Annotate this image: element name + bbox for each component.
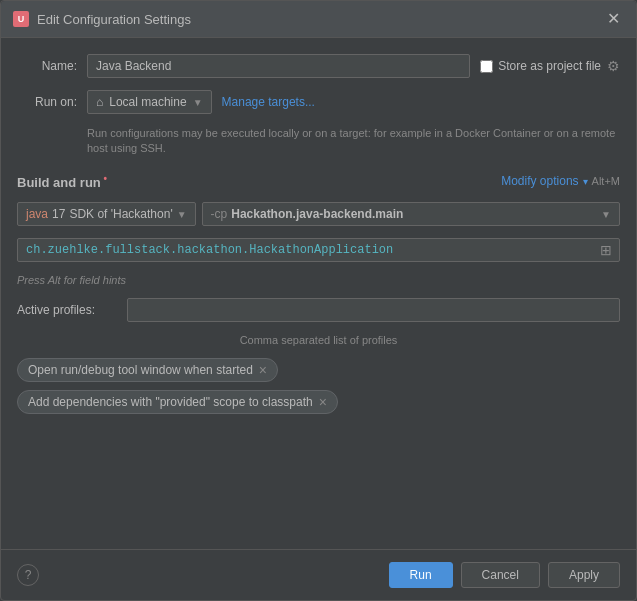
home-icon: ⌂	[96, 95, 103, 109]
run-on-hint: Run configurations may be executed local…	[87, 126, 620, 157]
footer-buttons: Run Cancel Apply	[389, 562, 620, 588]
run-on-value: Local machine	[109, 95, 186, 109]
modify-options-chevron-icon: ▾	[583, 176, 588, 187]
tag-0: Open run/debug tool window when started …	[17, 358, 278, 382]
tags-container: Open run/debug tool window when started …	[17, 358, 620, 414]
app-icon: U	[13, 11, 29, 27]
name-input[interactable]	[87, 54, 470, 78]
title-bar: U Edit Configuration Settings ✕	[1, 1, 636, 38]
close-button[interactable]: ✕	[603, 9, 624, 29]
tag-1-label: Add dependencies with "provided" scope t…	[28, 395, 313, 409]
run-on-row: Run on: ⌂ Local machine ▼ Manage targets…	[17, 90, 620, 114]
manage-targets-link[interactable]: Manage targets...	[222, 95, 315, 109]
name-row: Name: Store as project file ⚙	[17, 54, 620, 78]
gear-icon[interactable]: ⚙	[607, 58, 620, 74]
dialog-title: Edit Configuration Settings	[37, 12, 191, 27]
name-label: Name:	[17, 59, 77, 73]
dialog-content: Name: Store as project file ⚙ Run on: ⌂ …	[1, 38, 636, 549]
dialog-footer: ? Run Cancel Apply	[1, 549, 636, 600]
cancel-button[interactable]: Cancel	[461, 562, 540, 588]
run-button[interactable]: Run	[389, 562, 453, 588]
java-version: 17	[52, 207, 65, 221]
profiles-hint: Comma separated list of profiles	[17, 334, 620, 346]
java-text: java	[26, 207, 48, 221]
sdk-arrow-icon: ▼	[177, 209, 187, 220]
tag-0-label: Open run/debug tool window when started	[28, 363, 253, 377]
profiles-row: Active profiles:	[17, 298, 620, 322]
modify-options-button[interactable]: Modify options ▾ Alt+M	[501, 174, 620, 188]
apply-button[interactable]: Apply	[548, 562, 620, 588]
title-bar-left: U Edit Configuration Settings	[13, 11, 191, 27]
edit-config-dialog: U Edit Configuration Settings ✕ Name: St…	[0, 0, 637, 601]
tag-1-remove-button[interactable]: ×	[319, 395, 327, 409]
tag-1: Add dependencies with "provided" scope t…	[17, 390, 338, 414]
cp-prefix: -cp	[211, 207, 228, 221]
browse-icon[interactable]: ⊞	[600, 242, 612, 258]
cp-arrow-icon: ▼	[601, 209, 611, 220]
build-run-title: Build and run •	[17, 173, 107, 190]
sdk-suffix: SDK of 'Hackathon'	[69, 207, 172, 221]
field-hint: Press Alt for field hints	[17, 274, 620, 286]
profiles-label: Active profiles:	[17, 303, 117, 317]
class-row: ⊞	[17, 238, 620, 262]
cp-value: Hackathon.java-backend.main	[231, 207, 403, 221]
build-run-section-header: Build and run • Modify options ▾ Alt+M	[17, 173, 620, 190]
profiles-input[interactable]	[127, 298, 620, 322]
store-project-checkbox[interactable]	[480, 60, 493, 73]
cp-dropdown[interactable]: -cp Hackathon.java-backend.main ▼	[202, 202, 620, 226]
modify-options-shortcut: Alt+M	[592, 175, 620, 187]
run-on-arrow-icon: ▼	[193, 97, 203, 108]
run-on-dropdown[interactable]: ⌂ Local machine ▼	[87, 90, 212, 114]
sdk-row: java 17 SDK of 'Hackathon' ▼ -cp Hackath…	[17, 202, 620, 226]
help-button[interactable]: ?	[17, 564, 39, 586]
tag-0-remove-button[interactable]: ×	[259, 363, 267, 377]
class-input[interactable]	[17, 238, 620, 262]
store-project-row: Store as project file ⚙	[480, 58, 620, 74]
sdk-dropdown[interactable]: java 17 SDK of 'Hackathon' ▼	[17, 202, 196, 226]
store-project-label[interactable]: Store as project file	[480, 59, 601, 73]
run-on-label: Run on:	[17, 95, 77, 109]
